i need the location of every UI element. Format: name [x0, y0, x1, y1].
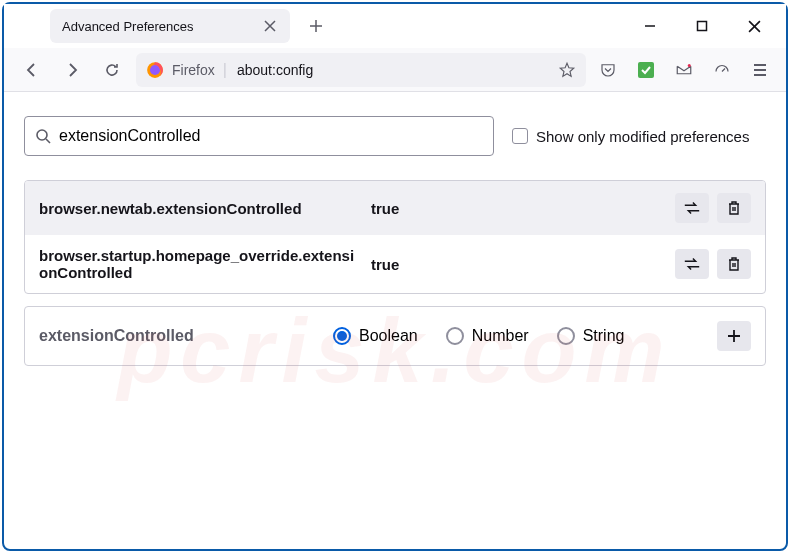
reload-button[interactable]: [96, 54, 128, 86]
pref-value: true: [371, 200, 663, 217]
pref-name: browser.startup.homepage_override.extens…: [39, 247, 359, 281]
add-button[interactable]: [717, 321, 751, 351]
svg-point-5: [37, 130, 47, 140]
forward-button[interactable]: [56, 54, 88, 86]
svg-point-4: [688, 64, 691, 67]
search-box[interactable]: [24, 116, 494, 156]
svg-rect-0: [698, 22, 707, 31]
mail-icon[interactable]: [670, 56, 698, 84]
toggle-button[interactable]: [675, 249, 709, 279]
pocket-icon[interactable]: [594, 56, 622, 84]
close-icon[interactable]: [262, 18, 278, 34]
urlbar-url: about:config: [237, 62, 313, 78]
search-icon: [35, 128, 51, 144]
new-pref-name: extensionControlled: [39, 327, 319, 345]
radio-icon: [446, 327, 464, 345]
radio-string[interactable]: String: [557, 327, 625, 345]
type-radio-group: Boolean Number String: [333, 327, 703, 345]
maximize-button[interactable]: [688, 12, 716, 40]
toggle-button[interactable]: [675, 193, 709, 223]
pref-row[interactable]: browser.newtab.extensionControlled true: [25, 181, 765, 235]
close-button[interactable]: [740, 12, 768, 40]
pref-name: browser.newtab.extensionControlled: [39, 200, 359, 217]
new-pref-row: extensionControlled Boolean Number Strin…: [24, 306, 766, 366]
radio-icon: [333, 327, 351, 345]
checkbox-label: Show only modified preferences: [536, 128, 749, 145]
back-button[interactable]: [16, 54, 48, 86]
search-input[interactable]: [59, 127, 483, 145]
radio-boolean[interactable]: Boolean: [333, 327, 418, 345]
pref-value: true: [371, 256, 663, 273]
prefs-list: browser.newtab.extensionControlled true …: [24, 180, 766, 294]
extension-icon[interactable]: [632, 56, 660, 84]
tab-title: Advanced Preferences: [62, 19, 262, 34]
dashboard-icon[interactable]: [708, 56, 736, 84]
modified-only-checkbox[interactable]: Show only modified preferences: [512, 128, 749, 145]
bookmark-icon[interactable]: [558, 61, 576, 79]
radio-icon: [557, 327, 575, 345]
svg-rect-3: [638, 62, 654, 78]
minimize-button[interactable]: [636, 12, 664, 40]
url-bar[interactable]: Firefox | about:config: [136, 53, 586, 87]
menu-icon[interactable]: [746, 56, 774, 84]
checkbox-icon: [512, 128, 528, 144]
new-tab-button[interactable]: [302, 12, 330, 40]
radio-number[interactable]: Number: [446, 327, 529, 345]
urlbar-label: Firefox: [172, 62, 215, 78]
firefox-icon: [146, 61, 164, 79]
toolbar: Firefox | about:config: [4, 48, 786, 92]
titlebar: Advanced Preferences: [4, 4, 786, 48]
browser-tab[interactable]: Advanced Preferences: [50, 9, 290, 43]
delete-button[interactable]: [717, 193, 751, 223]
content: pcrisk.com Show only modified preference…: [4, 92, 786, 549]
delete-button[interactable]: [717, 249, 751, 279]
pref-row[interactable]: browser.startup.homepage_override.extens…: [25, 235, 765, 293]
